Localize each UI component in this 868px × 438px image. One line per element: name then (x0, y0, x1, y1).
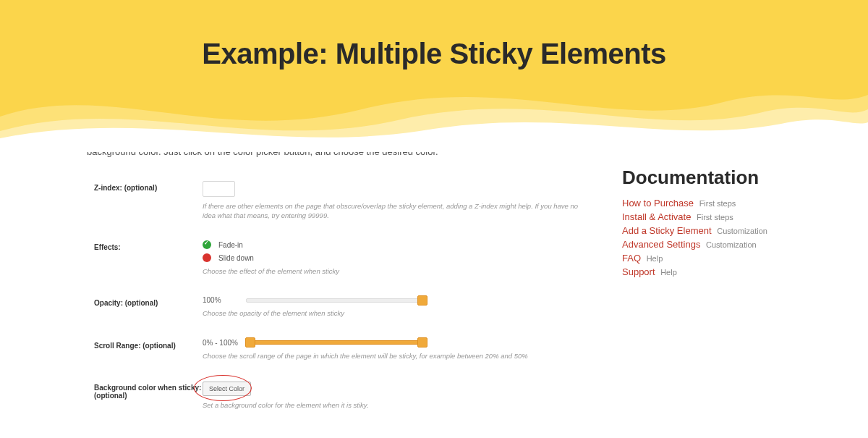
sidebar-link-install[interactable]: Install & Activate (622, 211, 691, 222)
scroll-label: Scroll Range: (optional) (94, 339, 203, 361)
sidebar-link-advanced[interactable]: Advanced Settings (622, 239, 700, 250)
setting-scrollrange: Scroll Range: (optional) 0% - 100% Choos… (94, 339, 586, 361)
sidebar-link-faq[interactable]: FAQ (622, 253, 641, 264)
page-title: Example: Multiple Sticky Elements (0, 0, 868, 70)
sidebar-category: Help (647, 254, 663, 263)
sidebar-link-support[interactable]: Support (622, 266, 655, 277)
sidebar-category: Customization (717, 227, 767, 235)
scroll-slider[interactable] (246, 340, 427, 345)
radio-selected-icon (203, 240, 211, 249)
hero-wave-icon (0, 66, 868, 152)
settings-panel: Z-index: (optional) If there are other e… (87, 174, 593, 438)
sidebar-item: How to Purchase First steps (622, 198, 839, 209)
sidebar-item: Advanced Settings Customization (622, 239, 839, 250)
sidebar-category: Customization (706, 240, 757, 249)
select-color-button[interactable]: Select Color (203, 382, 251, 396)
zindex-label: Z-index: (optional) (94, 181, 203, 221)
setting-opacity: Opacity: (optional) 100% Choose the opac… (94, 296, 586, 318)
sidebar-category: Help (660, 268, 677, 277)
sidebar: Documentation How to Purchase First step… (622, 145, 839, 438)
effects-label: Effects: (94, 240, 203, 276)
radio-label: Fade-in (218, 241, 243, 249)
opacity-value: 100% (203, 296, 246, 304)
scroll-value: 0% - 100% (203, 339, 246, 347)
setting-effects: Effects: Fade-in Slide down Choose the e… (94, 240, 586, 276)
sidebar-link-purchase[interactable]: How to Purchase (622, 198, 694, 209)
opacity-slider[interactable] (246, 298, 427, 303)
sidebar-link-add-sticky[interactable]: Add a Sticky Element (622, 225, 712, 236)
zindex-input[interactable] (203, 181, 235, 197)
sidebar-item: Support Help (622, 266, 839, 277)
sidebar-item: Install & Activate First steps (622, 211, 839, 222)
setting-bgcolor: Background color when sticky: (optional)… (94, 381, 586, 410)
bgcolor-label: Background color when sticky: (optional) (94, 381, 203, 410)
radio-label: Slide down (218, 254, 254, 262)
scroll-hint: Choose the scroll range of the page in w… (203, 351, 586, 361)
main-content: background color. Just click on the colo… (87, 145, 593, 438)
sidebar-title: Documentation (622, 167, 839, 189)
zindex-hint: If there are other elements on the page … (203, 201, 586, 221)
sidebar-item: Add a Sticky Element Customization (622, 225, 839, 236)
effect-option-fadein[interactable]: Fade-in (203, 240, 586, 249)
opacity-label: Opacity: (optional) (94, 296, 203, 318)
sidebar-category: First steps (699, 199, 736, 208)
sidebar-category: First steps (697, 213, 733, 222)
opacity-hint: Choose the opacity of the element when s… (203, 308, 586, 318)
hero-banner: Example: Multiple Sticky Elements (0, 0, 868, 152)
radio-unselected-icon (203, 253, 211, 262)
effect-option-slidedown[interactable]: Slide down (203, 253, 586, 262)
setting-zindex: Z-index: (optional) If there are other e… (94, 181, 586, 221)
effects-hint: Choose the effect of the element when st… (203, 266, 586, 276)
sidebar-item: FAQ Help (622, 253, 839, 264)
bgcolor-hint: Set a background color for the element w… (203, 400, 586, 410)
